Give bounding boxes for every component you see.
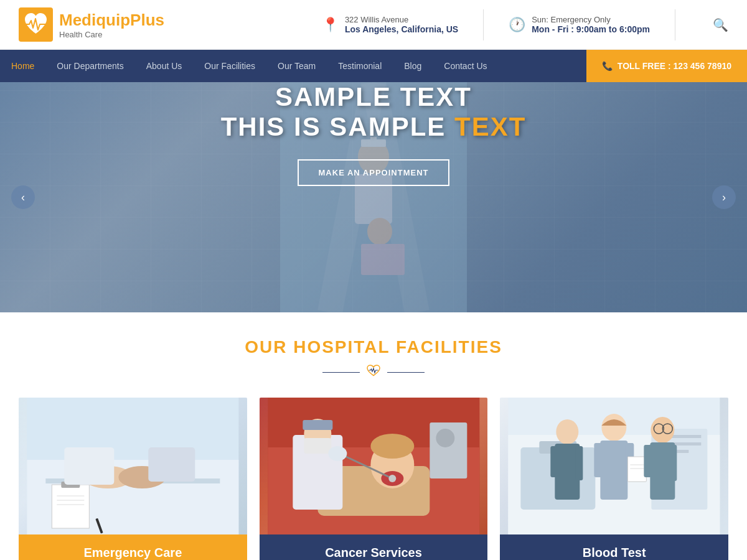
hero-section: SAMPLE TEXT THIS IS SAMPLE TEXT MAKE AN … [0,82,747,312]
hero-line2: THIS IS SAMPLE TEXT [0,112,747,142]
clock-icon: 🕐 [509,17,525,33]
header-divider2 [675,9,675,40]
address-line2: Los Angeles, California, US [345,24,458,34]
svg-rect-31 [304,438,331,454]
brand-name-part2: Plus [130,11,164,29]
svg-point-35 [328,446,347,461]
divider-line-right [387,372,425,373]
hero-line2-part1: THIS IS SAMPLE [221,112,454,141]
address-text: 322 Willis Avenue Los Angeles, Californi… [345,15,458,34]
header-info: 📍 322 Willis Avenue Los Angeles, Califor… [322,9,728,40]
nav-item-home[interactable]: Home [0,50,45,82]
facility-image-emergency [19,398,247,534]
facilities-section: OUR HOSPITAL FACILITIES [0,312,747,560]
svg-rect-32 [303,420,332,430]
nav-item-departments[interactable]: Our Departments [45,50,134,82]
facility-card-emergency: Emergency Care There are many variation … [19,398,247,560]
svg-rect-62 [644,445,652,477]
nav-item-team[interactable]: Our Team [266,50,327,82]
svg-rect-48 [551,446,558,477]
site-header: MediquipPlus Health Care 📍 322 Willis Av… [0,0,747,50]
brand-tagline: Health Care [59,30,164,39]
toll-free-label: TOLL FREE : 123 456 78910 [618,61,731,71]
svg-rect-54 [628,457,647,482]
hours-line2: Mon - Fri : 9:00am to 6:00pm [532,24,650,34]
facilities-divider [19,365,728,380]
location-icon: 📍 [322,17,339,33]
hours-text: Sun: Emergency Only Mon - Fri : 9:00am t… [532,15,650,34]
nav-item-testimonial[interactable]: Testimonial [327,50,393,82]
facility-label-blood: Blood Test There are many variation pass… [500,534,728,560]
divider-line-left [322,372,360,373]
address-info: 📍 322 Willis Avenue Los Angeles, Califor… [322,15,458,34]
facility-card-cancer: Cancer Services There are many variation… [260,398,488,560]
facilities-title: OUR HOSPITAL FACILITIES [19,337,728,357]
svg-rect-51 [601,441,628,500]
toll-free-button[interactable]: 📞 TOLL FREE : 123 456 78910 [586,50,747,82]
hero-prev-arrow[interactable]: ‹ [11,185,35,209]
svg-point-8 [367,218,392,245]
svg-rect-22 [148,447,195,482]
svg-rect-21 [64,447,114,485]
nav-item-blog[interactable]: Blog [393,50,433,82]
search-icon[interactable]: 🔍 [713,17,728,32]
hours-info: 🕐 Sun: Emergency Only Mon - Fri : 9:00am… [509,15,650,34]
hero-line2-highlight: TEXT [454,112,526,141]
svg-rect-9 [361,244,405,275]
facility-title-blood: Blood Test [512,546,716,560]
logo-icon [19,7,53,42]
next-arrow-icon: › [722,191,726,204]
svg-point-37 [436,429,454,447]
svg-rect-52 [594,443,603,477]
logo-area: MediquipPlus Health Care [19,7,322,42]
facility-card-blood: Blood Test There are many variation pass… [500,398,728,560]
facility-label-emergency: Emergency Care There are many variation … [19,534,247,560]
address-line1: 322 Willis Avenue [345,15,458,24]
hero-content: SAMPLE TEXT THIS IS SAMPLE TEXT MAKE AN … [0,82,747,186]
divider-heart-icon [366,365,381,380]
hours-line1: Sun: Emergency Only [532,15,650,24]
svg-point-46 [557,419,579,444]
prev-arrow-icon: ‹ [21,191,25,204]
nav-item-facilities[interactable]: Our Facilities [193,50,266,82]
nav-item-contact[interactable]: Contact Us [433,50,498,82]
svg-point-34 [388,475,396,482]
facility-image-cancer [260,398,488,534]
main-nav: Home Our Departments About Us Our Facili… [0,50,747,82]
svg-rect-15 [52,485,89,528]
svg-point-27 [370,434,414,459]
facility-image-blood [500,398,728,534]
brand-name-part1: Mediquip [59,11,130,29]
facility-label-cancer: Cancer Services There are many variation… [260,534,488,560]
facilities-grid: Emergency Care There are many variation … [19,398,728,560]
hero-line1: SAMPLE TEXT [0,82,747,112]
hero-next-arrow[interactable]: › [712,185,736,209]
phone-icon: 📞 [602,61,613,71]
nav-item-about[interactable]: About Us [135,50,194,82]
logo-text: MediquipPlus Health Care [59,11,164,39]
facility-title-emergency: Emergency Care [31,546,235,560]
appointment-button[interactable]: MAKE AN APPOINTMENT [298,159,450,186]
facility-title-cancer: Cancer Services [272,546,476,560]
svg-rect-63 [669,445,677,481]
header-divider1 [483,9,484,40]
svg-point-50 [602,414,627,441]
brand-name: MediquipPlus [59,11,164,30]
nav-items: Home Our Departments About Us Our Facili… [0,50,586,82]
svg-rect-49 [576,446,583,480]
